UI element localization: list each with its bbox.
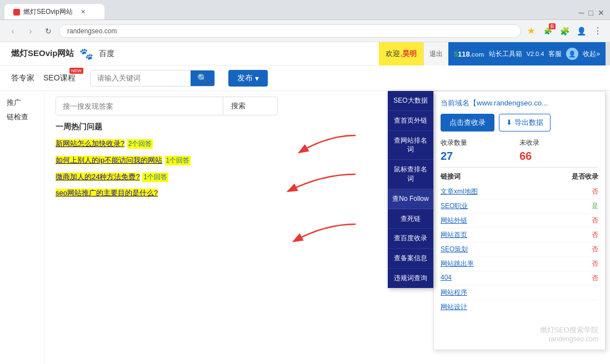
minimize-icon[interactable]: ─ [579,8,584,17]
uncollected-value: 66 [519,150,598,163]
hot-question-4[interactable]: seo网站推广的主要目的是什么? [56,189,158,197]
seo-dropdown-menu: SEO大数据 查首页外链 查网站排名词 鼠标查排名词 查No Follow 查死… [388,91,433,288]
seo-menu-item-mouse-rank[interactable]: 鼠标查排名词 [388,160,433,189]
row-status-6: 否 [592,259,598,269]
collected-value: 27 [441,150,519,163]
seo-menu-item-site-rank[interactable]: 查网站排名词 [388,131,433,160]
uncollected-label: 未收录 [519,138,598,148]
table-row-9: 网站设计 [441,300,598,314]
watermark: 燃灯SEO搜索学院 randengseo.com [441,325,598,343]
username: 昊明 [402,49,417,59]
right-panel: 当前域名【www.randengseo.co... 点击查收录 ⬇ 导出数据 收… [433,91,606,350]
export-btn[interactable]: ⬇ 导出数据 [499,114,551,132]
baidu-label[interactable]: 百度 [99,49,114,59]
toolbar-title: 站长工具箱 [489,49,522,59]
row-link-2[interactable]: SEO职业 [441,201,468,211]
watermark-line2: randengseo.com [441,335,598,343]
url-text: randengseo.com [67,27,117,35]
toolbar-service[interactable]: 客服 [548,49,562,59]
table-row-6: 网站跳出率 否 [441,257,598,271]
main-search-bar: 🔍 [90,70,215,87]
hot-question-1[interactable]: 新网站怎么加快收录? [56,139,124,148]
account-icon[interactable]: 👤 [574,24,588,38]
table-row-5: SEO策划 否 [441,242,598,257]
hot-answer-1[interactable]: 2个回答 [127,139,153,149]
row-link-4[interactable]: 网站首页 [441,230,467,240]
tab-favicon [13,9,20,16]
second-search-input[interactable] [56,98,223,114]
extension-icon-new[interactable]: 🧩 新 [541,24,554,38]
keyword-col-header: 链接词 [441,172,461,181]
nav-forward-btn[interactable]: › [23,24,38,38]
nav-refresh-btn[interactable]: ↻ [41,24,56,38]
extensions-puzzle-icon[interactable]: 🧩 [558,24,571,38]
hot-answer-3[interactable]: 1个回答 [142,173,168,182]
row-link-7[interactable]: 404 [441,274,452,283]
browser-tab[interactable]: 燃灯SEOvip网站 ✕ [4,4,104,19]
table-row-2: SEO职业 是 [441,199,598,214]
site-logo: 燃灯SEOvip网站 [11,48,74,59]
nav-item-seo-course[interactable]: SEO课程 NEW [43,73,76,83]
seo-menu-item-nofollow[interactable]: 查No Follow [388,189,433,209]
publish-chevron: ▾ [255,74,259,83]
row-status-3: 否 [592,216,598,225]
baidu-paw-icon: 🐾 [79,47,93,60]
seo-menu-item-violation[interactable]: 违规词查询 [388,269,433,288]
tab-title: 燃灯SEOvip网站 [23,7,73,17]
seo-menu-item-baidu[interactable]: 查百度收录 [388,229,433,249]
tab-close[interactable]: ✕ [81,8,86,16]
toolbar-version: V2.0.4 [527,50,544,57]
table-row-7: 404 否 [441,271,598,286]
toolbar-avatar: 👤 [566,48,578,60]
table-row-8: 网站程序 [441,286,598,300]
sidebar-item-linkcheck[interactable]: 链检查 [7,112,37,122]
row-status-5: 否 [592,245,598,254]
blue-toolbar: 5118.com 站长工具箱 V2.0.4 客服 👤 收起» [448,42,606,65]
main-search-input[interactable] [91,71,191,85]
new-badge: NEW [69,68,83,74]
domain-title: 当前域名【www.randengseo.co... [441,98,598,108]
welcome-text: 欢迎, [386,49,402,59]
table-row-1: 文章xml地图 否 [441,185,598,199]
main-search-btn[interactable]: 🔍 [191,70,214,86]
watermark-line1: 燃灯SEO搜索学院 [441,325,598,335]
collected-label: 收录数量 [441,138,519,148]
toolbar-brand-icon: 5118.com [454,50,484,58]
table-row-4: 网站首页 否 [441,228,598,242]
menu-dots-icon[interactable]: ⋮ [591,24,604,38]
url-bar[interactable]: randengseo.com [59,24,521,38]
maximize-icon[interactable]: □ [589,8,593,17]
publish-btn[interactable]: 发布 ▾ [228,70,268,87]
welcome-box: 欢迎,昊明 [379,42,423,65]
row-link-3[interactable]: 网站外链 [441,216,467,225]
bookmark-icon[interactable]: ★ [524,24,538,38]
table-row-3: 网站外链 否 [441,214,598,228]
check-btn[interactable]: 点击查收录 [441,114,494,132]
row-link-5[interactable]: SEO策划 [441,245,468,254]
publish-label: 发布 [237,73,253,83]
hot-question-2[interactable]: 如何上别人的ip不能访问我的网站 [56,156,162,164]
nav-back-btn[interactable]: ‹ [6,24,20,38]
row-link-1[interactable]: 文章xml地图 [441,187,478,196]
close-window-icon[interactable]: ✕ [598,8,604,17]
hot-question-3[interactable]: 微商加人的24种方法免费? [56,173,140,181]
row-status-2: 是 [592,201,598,211]
row-link-8[interactable]: 网站程序 [441,288,467,297]
sidebar-item-promote[interactable]: 推广 [7,98,37,108]
logout-btn[interactable]: 退出 [423,42,448,65]
seo-menu-item-deadlink[interactable]: 查死链 [388,209,433,229]
seo-menu-item-homepage-links[interactable]: 查首页外链 [388,111,433,131]
row-link-9[interactable]: 网站设计 [441,302,467,312]
row-status-4: 否 [592,230,598,240]
row-status-7: 否 [592,274,598,283]
hot-answer-2[interactable]: 1个回答 [165,156,191,165]
row-link-6[interactable]: 网站跳出率 [441,259,474,269]
seo-menu-item-bigdata[interactable]: SEO大数据 [388,91,433,111]
second-search-btn[interactable]: 搜索 [223,97,253,115]
nav-item-expert[interactable]: 答专家 [11,73,34,83]
row-status-1: 否 [592,187,598,196]
status-col-header: 是否收录 [572,172,598,181]
toolbar-collapse-btn[interactable]: 收起» [583,49,600,59]
seo-menu-item-icp[interactable]: 查备案信息 [388,249,433,269]
